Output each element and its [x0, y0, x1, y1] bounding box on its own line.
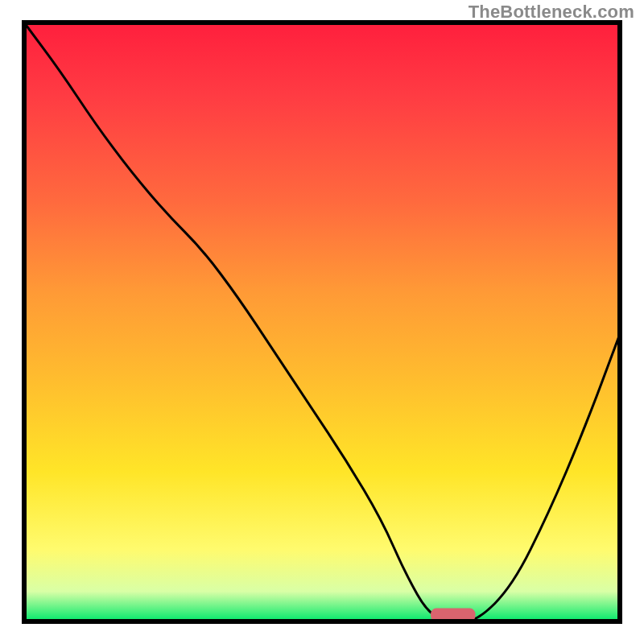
bottleneck-chart	[0, 0, 644, 644]
watermark-label: TheBottleneck.com	[469, 2, 634, 23]
plot-background	[24, 23, 620, 621]
